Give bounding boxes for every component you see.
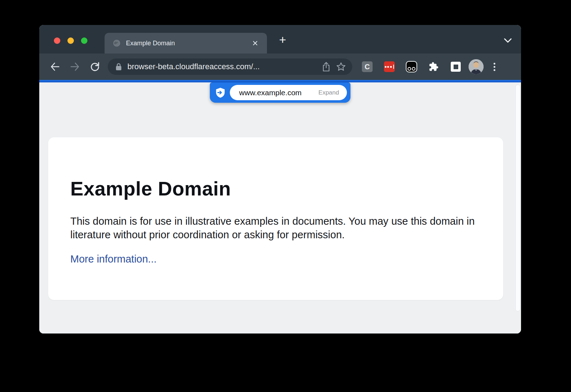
kebab-menu-icon xyxy=(494,63,495,65)
content-card: Example Domain This domain is for use in… xyxy=(48,137,503,300)
extension-black-squircle-button[interactable] xyxy=(406,61,417,72)
back-arrow-icon xyxy=(50,62,60,71)
browser-menu-button[interactable] xyxy=(492,61,497,72)
isolation-indicator-line xyxy=(39,80,521,82)
tab-title: Example Domain xyxy=(126,40,251,47)
bookmark-button[interactable] xyxy=(336,62,346,71)
profile-avatar[interactable] xyxy=(469,59,484,74)
lastpass-icon xyxy=(384,61,395,72)
c-extension-icon: C xyxy=(362,61,373,72)
tab-search-chevron-icon[interactable] xyxy=(504,38,512,44)
side-panel-button[interactable] xyxy=(450,61,461,72)
vertical-scrollbar[interactable] xyxy=(515,85,520,311)
reload-button[interactable] xyxy=(85,59,105,75)
side-panel-icon xyxy=(451,62,461,72)
page-viewport: www.example.com Expand Example Domain Th… xyxy=(39,82,521,334)
minimize-window-button[interactable] xyxy=(67,37,74,44)
isolation-hostname-pill[interactable]: www.example.com Expand xyxy=(210,82,350,103)
browser-window: Example Domain + xyxy=(39,25,521,334)
close-window-button[interactable] xyxy=(54,37,60,44)
more-information-link[interactable]: More information... xyxy=(70,253,157,265)
tab-strip: Example Domain + xyxy=(39,25,521,54)
url-text[interactable]: browser-beta.cloudflareaccess.com/... xyxy=(127,62,316,71)
share-icon xyxy=(322,62,330,72)
new-tab-button[interactable]: + xyxy=(276,34,289,46)
extensions-row: C xyxy=(362,61,461,72)
forward-arrow-icon xyxy=(70,62,80,71)
tab-example-domain[interactable]: Example Domain xyxy=(105,33,267,54)
puzzle-icon xyxy=(429,62,439,72)
page-paragraph: This domain is for use in illustrative e… xyxy=(70,214,481,241)
extension-c-button[interactable]: C xyxy=(362,61,373,72)
isolation-hostname-field: www.example.com Expand xyxy=(230,85,347,100)
toolbar: browser-beta.cloudflareaccess.com/... C xyxy=(39,54,521,80)
page-title: Example Domain xyxy=(70,177,482,200)
share-button[interactable] xyxy=(322,62,330,72)
globe-favicon-icon xyxy=(113,40,120,47)
extensions-menu-button[interactable] xyxy=(428,61,439,72)
window-controls xyxy=(54,37,87,44)
back-button[interactable] xyxy=(45,59,65,75)
reload-icon xyxy=(90,62,100,71)
black-squircle-eyes-icon xyxy=(406,61,417,72)
lock-icon[interactable] xyxy=(116,63,122,71)
zoom-window-button[interactable] xyxy=(81,37,87,44)
forward-button[interactable] xyxy=(65,59,85,75)
isolated-hostname: www.example.com xyxy=(239,88,318,97)
shield-arrow-icon xyxy=(216,87,225,98)
star-icon xyxy=(336,62,346,71)
omnibox[interactable]: browser-beta.cloudflareaccess.com/... xyxy=(108,58,352,75)
expand-button[interactable]: Expand xyxy=(318,89,339,96)
extension-lastpass-button[interactable] xyxy=(384,61,395,72)
tab-close-icon[interactable] xyxy=(251,39,260,48)
